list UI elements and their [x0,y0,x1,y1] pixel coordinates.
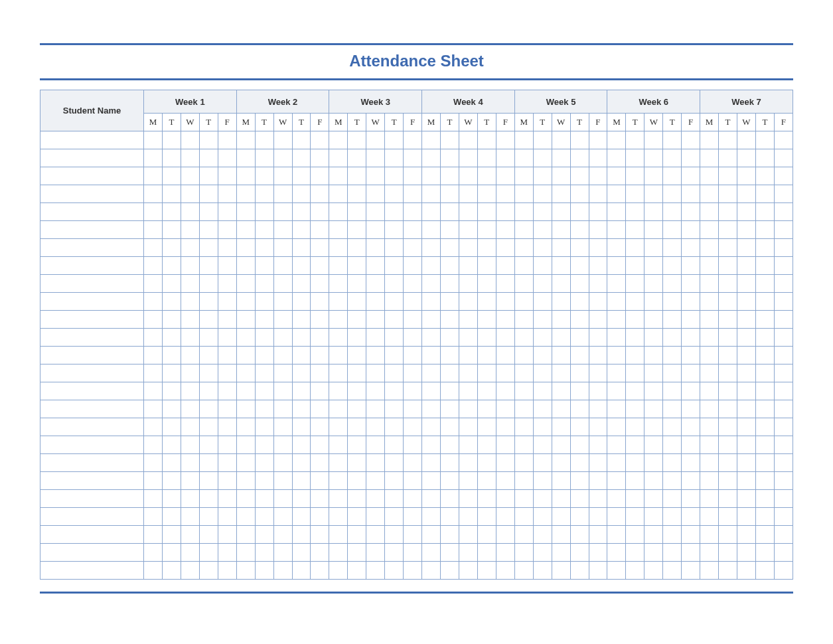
attendance-cell[interactable] [385,275,404,293]
attendance-cell[interactable] [514,544,533,562]
attendance-cell[interactable] [626,131,644,149]
attendance-cell[interactable] [514,472,533,490]
attendance-cell[interactable] [329,167,348,185]
attendance-cell[interactable] [477,203,496,221]
attendance-cell[interactable] [236,275,255,293]
attendance-cell[interactable] [459,329,477,347]
attendance-cell[interactable] [533,526,552,544]
attendance-cell[interactable] [329,275,348,293]
attendance-cell[interactable] [755,131,774,149]
attendance-cell[interactable] [366,329,385,347]
attendance-cell[interactable] [218,544,236,562]
attendance-cell[interactable] [682,544,700,562]
attendance-cell[interactable] [700,490,719,508]
attendance-cell[interactable] [385,203,404,221]
attendance-cell[interactable] [329,472,348,490]
attendance-cell[interactable] [570,347,589,364]
attendance-cell[interactable] [719,526,737,544]
attendance-cell[interactable] [514,221,533,239]
attendance-cell[interactable] [552,221,570,239]
attendance-cell[interactable] [311,131,329,149]
attendance-cell[interactable] [236,382,255,400]
attendance-cell[interactable] [236,454,255,472]
attendance-cell[interactable] [199,508,218,526]
attendance-cell[interactable] [477,293,496,311]
attendance-cell[interactable] [682,167,700,185]
attendance-cell[interactable] [755,472,774,490]
attendance-cell[interactable] [626,347,644,364]
attendance-cell[interactable] [570,508,589,526]
attendance-cell[interactable] [199,293,218,311]
attendance-cell[interactable] [774,472,793,490]
attendance-cell[interactable] [311,436,329,454]
attendance-cell[interactable] [682,311,700,329]
attendance-cell[interactable] [533,490,552,508]
attendance-cell[interactable] [644,221,663,239]
attendance-cell[interactable] [236,472,255,490]
attendance-cell[interactable] [755,544,774,562]
attendance-cell[interactable] [477,508,496,526]
attendance-cell[interactable] [441,400,459,418]
attendance-cell[interactable] [719,472,737,490]
attendance-cell[interactable] [366,418,385,436]
attendance-cell[interactable] [422,185,441,203]
attendance-cell[interactable] [236,490,255,508]
attendance-cell[interactable] [292,526,311,544]
attendance-cell[interactable] [292,508,311,526]
attendance-cell[interactable] [404,544,422,562]
attendance-cell[interactable] [496,508,514,526]
attendance-cell[interactable] [589,221,607,239]
attendance-cell[interactable] [366,364,385,382]
attendance-cell[interactable] [385,490,404,508]
attendance-cell[interactable] [700,293,719,311]
attendance-cell[interactable] [255,472,273,490]
attendance-cell[interactable] [348,203,366,221]
attendance-cell[interactable] [607,203,626,221]
attendance-cell[interactable] [236,526,255,544]
attendance-cell[interactable] [514,329,533,347]
attendance-cell[interactable] [514,311,533,329]
attendance-cell[interactable] [719,418,737,436]
attendance-cell[interactable] [496,221,514,239]
attendance-cell[interactable] [533,203,552,221]
attendance-cell[interactable] [292,203,311,221]
attendance-cell[interactable] [366,203,385,221]
attendance-cell[interactable] [570,490,589,508]
attendance-cell[interactable] [477,472,496,490]
attendance-cell[interactable] [441,329,459,347]
attendance-cell[interactable] [199,275,218,293]
attendance-cell[interactable] [663,203,682,221]
attendance-cell[interactable] [626,167,644,185]
attendance-cell[interactable] [719,400,737,418]
attendance-cell[interactable] [199,400,218,418]
attendance-cell[interactable] [496,239,514,257]
attendance-cell[interactable] [366,311,385,329]
attendance-cell[interactable] [514,149,533,167]
attendance-cell[interactable] [755,167,774,185]
attendance-cell[interactable] [236,239,255,257]
attendance-cell[interactable] [329,382,348,400]
attendance-cell[interactable] [644,203,663,221]
attendance-cell[interactable] [514,275,533,293]
attendance-cell[interactable] [663,185,682,203]
attendance-cell[interactable] [663,131,682,149]
attendance-cell[interactable] [441,508,459,526]
attendance-cell[interactable] [533,185,552,203]
attendance-cell[interactable] [199,454,218,472]
attendance-cell[interactable] [162,436,181,454]
attendance-cell[interactable] [626,275,644,293]
attendance-cell[interactable] [311,418,329,436]
attendance-cell[interactable] [607,544,626,562]
attendance-cell[interactable] [255,400,273,418]
attendance-cell[interactable] [700,131,719,149]
attendance-cell[interactable] [626,239,644,257]
attendance-cell[interactable] [626,436,644,454]
attendance-cell[interactable] [570,436,589,454]
attendance-cell[interactable] [533,257,552,275]
attendance-cell[interactable] [607,311,626,329]
attendance-cell[interactable] [496,364,514,382]
attendance-cell[interactable] [682,275,700,293]
attendance-cell[interactable] [348,526,366,544]
attendance-cell[interactable] [719,311,737,329]
attendance-cell[interactable] [144,562,163,580]
